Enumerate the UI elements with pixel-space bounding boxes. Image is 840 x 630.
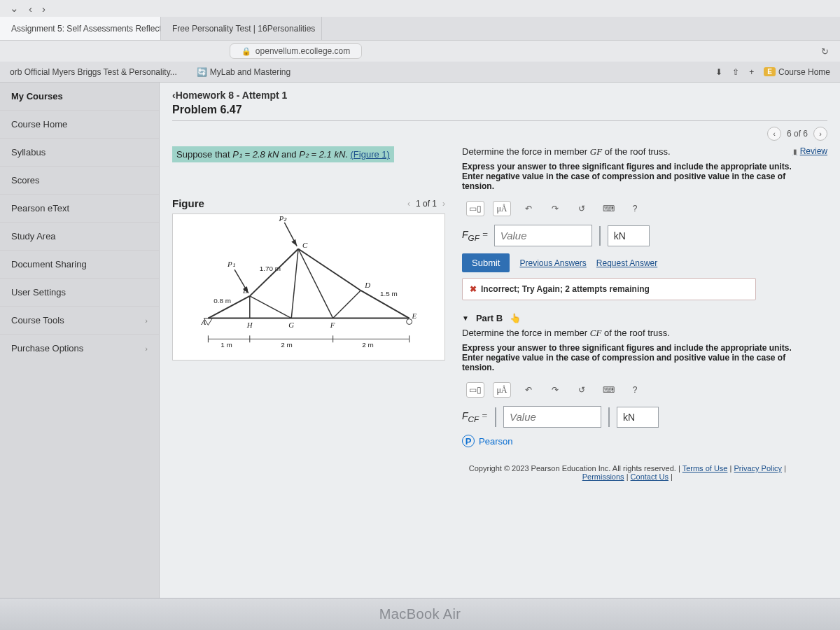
- plus-icon[interactable]: +: [749, 67, 754, 77]
- x-icon: ✖: [470, 284, 477, 294]
- separator: [608, 407, 610, 427]
- svg-text:C: C: [302, 241, 308, 249]
- sidebar-item-scores[interactable]: Scores: [0, 166, 159, 194]
- figure-next-button[interactable]: ›: [442, 199, 445, 209]
- svg-line-6: [250, 296, 291, 318]
- divider: [172, 120, 827, 121]
- sidebar-item-document-sharing[interactable]: Document Sharing: [0, 250, 159, 278]
- sidebar-item-user-settings[interactable]: User Settings: [0, 278, 159, 306]
- bookmark-course-home[interactable]: E Course Home: [764, 67, 830, 77]
- templates-button[interactable]: ▭▯: [466, 201, 484, 216]
- part-a: Determine the force in member GF of the …: [462, 146, 793, 300]
- url-text: openvellum.ecollege.com: [255, 46, 350, 56]
- undo-button[interactable]: ↶: [519, 201, 538, 216]
- next-problem-button[interactable]: ›: [813, 127, 827, 141]
- right-column: Determine the force in member GF of the …: [462, 146, 793, 482]
- sidebar-item-syllabus[interactable]: Syllabus: [0, 138, 159, 166]
- review-link[interactable]: Review: [793, 146, 827, 156]
- previous-answers-link-a[interactable]: Previous Answers: [519, 258, 586, 268]
- keyboard-button[interactable]: ⌨: [599, 382, 617, 398]
- figure-label: Figure: [172, 197, 204, 209]
- problem-nav: ‹ 6 of 6 ›: [172, 127, 827, 141]
- figure-link[interactable]: (Figure 1): [351, 149, 390, 160]
- contact-link[interactable]: Contact Us: [631, 472, 668, 481]
- problem-counter: 6 of 6: [787, 129, 808, 139]
- help-button[interactable]: ?: [626, 382, 644, 398]
- svg-text:P₂: P₂: [278, 214, 287, 223]
- given-statement: Suppose that P₁ = 2.8 kN and P₂ = 2.1 kN…: [172, 146, 394, 162]
- svg-text:E: E: [412, 312, 417, 320]
- part-a-question: Determine the force in member GF of the …: [462, 146, 793, 158]
- tab-assignment[interactable]: Assignment 5: Self Assessments Reflecti.…: [0, 17, 161, 40]
- help-button[interactable]: ?: [626, 201, 644, 216]
- terms-link[interactable]: Terms of Use: [682, 464, 728, 472]
- unit-input-b[interactable]: [617, 407, 659, 428]
- figure-pager: ‹ 1 of 1 ›: [407, 199, 445, 209]
- svg-marker-15: [291, 239, 297, 246]
- redo-button[interactable]: ↷: [546, 201, 564, 216]
- answer-input-a[interactable]: [494, 225, 592, 246]
- course-sidebar: My Courses Course Home Syllabus Scores P…: [0, 83, 160, 598]
- svg-point-11: [407, 319, 412, 325]
- footer: Copyright © 2023 Pearson Education Inc. …: [462, 460, 793, 482]
- sidebar-item-course-tools[interactable]: Course Tools›: [0, 306, 159, 334]
- svg-text:P₁: P₁: [227, 260, 235, 268]
- feedback-box-a: ✖ Incorrect; Try Again; 2 attempts remai…: [462, 278, 756, 300]
- svg-text:G: G: [288, 321, 294, 329]
- url-box[interactable]: 🔒 openvellum.ecollege.com: [230, 43, 362, 59]
- answer-row-a: FGF =: [462, 225, 793, 246]
- share-icon[interactable]: ⇧: [732, 67, 739, 77]
- separator: [599, 226, 601, 246]
- forward-icon[interactable]: ›: [42, 3, 46, 15]
- tab-16personalities[interactable]: Free Personality Test | 16Personalities: [161, 17, 322, 40]
- sidebar-item-etext[interactable]: Pearson eText: [0, 194, 159, 222]
- download-icon[interactable]: ⬇: [715, 67, 722, 77]
- submit-button-a[interactable]: Submit: [462, 253, 510, 272]
- keyboard-button[interactable]: ⌨: [599, 201, 617, 216]
- svg-text:D: D: [364, 281, 370, 289]
- submit-row-a: Submit Previous Answers Request Answer: [462, 253, 793, 272]
- breadcrumb[interactable]: ‹Homework 8 - Attempt 1: [172, 90, 827, 101]
- svg-text:A: A: [200, 318, 206, 326]
- bookmark-myers-briggs[interactable]: orb Official Myers Briggs Test & Persona…: [10, 67, 177, 77]
- reset-button[interactable]: ↺: [573, 382, 591, 398]
- permissions-link[interactable]: Permissions: [582, 472, 624, 481]
- svg-text:2 m: 2 m: [362, 341, 374, 349]
- os-controls-row: ⌄ ‹ ›: [0, 0, 840, 17]
- chevron-right-icon: ›: [145, 344, 148, 353]
- left-column: Suppose that P₁ = 2.8 kN and P₂ = 2.1 kN…: [172, 146, 445, 482]
- undo-button[interactable]: ↶: [519, 382, 538, 398]
- part-b-header[interactable]: ▼ Part B 👆: [462, 313, 793, 323]
- sidebar-item-course-home[interactable]: Course Home: [0, 110, 159, 138]
- caret-down-icon: ▼: [462, 314, 469, 322]
- unit-input-a[interactable]: [608, 225, 650, 246]
- chevron-right-icon: ›: [145, 316, 148, 325]
- svg-text:1 m: 1 m: [220, 341, 232, 349]
- answer-input-b[interactable]: [503, 406, 601, 428]
- symbols-button[interactable]: μÅ: [493, 382, 511, 398]
- svg-text:F: F: [330, 321, 335, 329]
- figure-page-text: 1 of 1: [416, 199, 437, 209]
- reset-button[interactable]: ↺: [573, 201, 591, 216]
- sidebar-item-study-area[interactable]: Study Area: [0, 222, 159, 250]
- sidebar-item-purchase-options[interactable]: Purchase Options›: [0, 334, 159, 362]
- part-b-instructions: Express your answer to three significant…: [462, 343, 793, 372]
- bookmark-mylab[interactable]: 🔄MyLab and Mastering: [197, 67, 290, 77]
- part-b-question: Determine the force in member CF of the …: [462, 328, 793, 339]
- redo-button[interactable]: ↷: [546, 382, 564, 398]
- bookmarks-bar: orb Official Myers Briggs Test & Persona…: [0, 62, 840, 83]
- sidebar-item-my-courses[interactable]: My Courses: [0, 83, 159, 110]
- figure-prev-button[interactable]: ‹: [407, 199, 410, 209]
- refresh-icon[interactable]: ↻: [821, 46, 829, 57]
- templates-button[interactable]: ▭▯: [466, 382, 484, 398]
- svg-line-3: [298, 249, 360, 290]
- request-answer-link-a[interactable]: Request Answer: [596, 258, 657, 268]
- svg-line-9: [333, 290, 361, 318]
- privacy-link[interactable]: Privacy Policy: [734, 464, 781, 472]
- prev-problem-button[interactable]: ‹: [767, 127, 781, 141]
- browser-tabstrip: Assignment 5: Self Assessments Reflecti.…: [0, 17, 840, 41]
- dropdown-icon[interactable]: ⌄: [10, 2, 19, 15]
- symbols-button[interactable]: μÅ: [493, 201, 511, 216]
- svg-text:B: B: [243, 286, 248, 295]
- back-icon[interactable]: ‹: [29, 3, 32, 15]
